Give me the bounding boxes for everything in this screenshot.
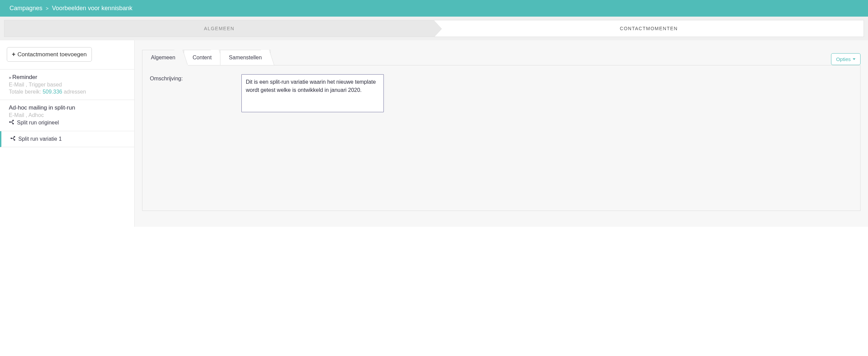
tab-algemeen[interactable]: ALGEMEEN <box>4 20 434 37</box>
description-textarea[interactable] <box>241 74 384 112</box>
tab-contactmomenten[interactable]: CONTACTMOMENTEN <box>434 20 864 37</box>
breadcrumb: Campagnes > Voorbeelden voor kennisbank <box>9 5 132 12</box>
caret-down-icon <box>853 58 855 60</box>
options-button[interactable]: Opties <box>831 53 861 65</box>
item-title: » Reminder <box>9 74 127 81</box>
sidebar-top: + Contactmoment toevoegen <box>0 40 134 69</box>
sub-tab-samenstellen[interactable]: Samenstellen <box>220 50 271 65</box>
sub-tab-label: Algemeen <box>151 55 175 60</box>
item-meta-reach: Totale bereik: 509.336 adressen <box>9 89 127 95</box>
svg-point-3 <box>11 138 12 139</box>
sidebar-item-reminder[interactable]: » Reminder E-Mail , Trigger based Totale… <box>0 70 134 100</box>
svg-point-5 <box>14 139 15 140</box>
sidebar-list: » Reminder E-Mail , Trigger based Totale… <box>0 69 134 147</box>
chevron-double-right-icon: » <box>9 75 10 80</box>
sub-tabs-row: Algemeen Content Samenstellen Opties <box>142 50 861 65</box>
reach-count: 509.336 <box>43 89 62 95</box>
breadcrumb-current: Voorbeelden voor kennisbank <box>52 5 132 12</box>
reach-label: Totale bereik: <box>9 89 41 95</box>
svg-point-0 <box>9 122 11 123</box>
svg-point-4 <box>14 136 15 137</box>
split-icon <box>10 136 16 142</box>
add-contactmoment-button[interactable]: + Contactmoment toevoegen <box>7 47 92 62</box>
split-run-original[interactable]: Split run origineel <box>9 119 127 126</box>
sub-tab-label: Content <box>193 55 212 60</box>
sidebar: + Contactmoment toevoegen » Reminder E-M… <box>0 40 135 227</box>
header-bar: Campagnes > Voorbeelden voor kennisbank <box>0 0 868 17</box>
svg-point-2 <box>13 123 14 124</box>
sub-tab-content[interactable]: Content <box>184 50 220 65</box>
chevron-right-icon: > <box>46 6 48 11</box>
item-title: Ad-hoc mailing in split-run <box>9 104 127 111</box>
item-meta-type: E-Mail , Adhoc <box>9 112 127 118</box>
main-panel: Algemeen Content Samenstellen Opties Oms… <box>135 40 868 227</box>
sub-tab-label: Samenstellen <box>229 55 262 60</box>
field-description <box>241 74 384 114</box>
sub-tab-algemeen[interactable]: Algemeen <box>142 50 184 65</box>
sub-tabs: Algemeen Content Samenstellen <box>142 50 270 65</box>
split-run-variation-1[interactable]: Split run variatie 1 <box>0 131 134 147</box>
label-description: Omschrijving: <box>150 74 235 82</box>
add-button-label: Contactmoment toevoegen <box>18 51 87 58</box>
form-area: Omschrijving: <box>142 65 861 211</box>
item-title-text: Reminder <box>12 74 37 81</box>
svg-point-1 <box>13 120 14 121</box>
item-meta-type: E-Mail , Trigger based <box>9 82 127 88</box>
form-row-description: Omschrijving: <box>150 74 853 114</box>
sidebar-item-adhoc[interactable]: Ad-hoc mailing in split-run E-Mail , Adh… <box>0 100 134 131</box>
top-tabs-container: ALGEMEEN CONTACTMOMENTEN <box>0 17 868 40</box>
split-original-label: Split run origineel <box>17 120 59 126</box>
top-tabs: ALGEMEEN CONTACTMOMENTEN <box>4 20 864 37</box>
reach-suffix: adressen <box>64 89 86 95</box>
item-title-text: Ad-hoc mailing in split-run <box>9 104 75 111</box>
content-wrapper: + Contactmoment toevoegen » Reminder E-M… <box>0 40 868 227</box>
split-icon <box>9 119 14 126</box>
plus-icon: + <box>12 51 16 58</box>
breadcrumb-root[interactable]: Campagnes <box>9 5 42 12</box>
options-label: Opties <box>836 56 851 62</box>
split-variation-label: Split run variatie 1 <box>18 136 62 142</box>
